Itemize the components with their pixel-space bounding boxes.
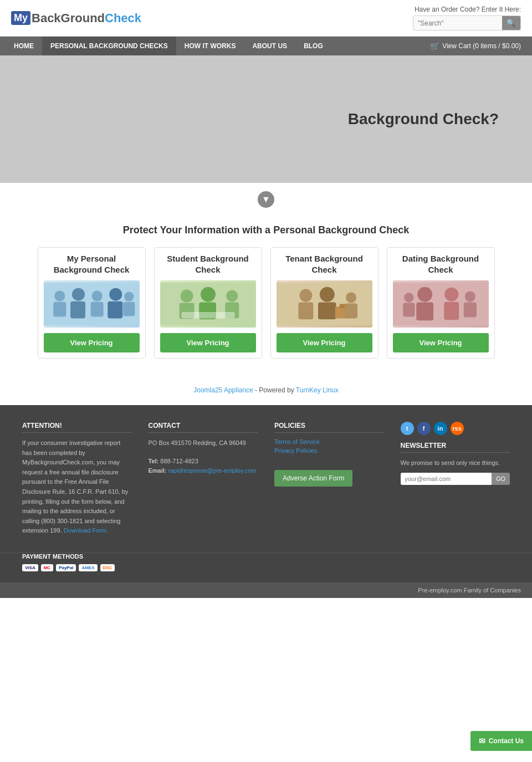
nav-item-blog[interactable]: BLOG xyxy=(295,37,331,55)
order-code-label: Have an Order Code? Enter It Here: xyxy=(415,6,521,13)
card-student-title: Student Background Check xyxy=(160,253,256,275)
privacy-link[interactable]: Privacy Policies xyxy=(274,447,384,454)
svg-rect-21 xyxy=(298,303,313,320)
svg-rect-36 xyxy=(403,303,415,317)
contact-tel: Tel: 888-712-4823 xyxy=(149,457,258,467)
download-form-link[interactable]: Download Form. xyxy=(64,527,109,534)
hero-banner: Background Check? xyxy=(0,55,532,183)
cart-icon: 🛒 xyxy=(430,42,439,50)
cart-area[interactable]: 🛒 View Cart (0 items / $0.00) xyxy=(424,42,526,50)
turnkey-link[interactable]: TurnKey Linux xyxy=(296,386,339,394)
search-input[interactable] xyxy=(413,17,502,30)
svg-point-1 xyxy=(54,290,65,301)
footer-attention: ATTENTION! If your consumer investigativ… xyxy=(22,422,132,536)
email-link[interactable]: rapidresponse@pre-employ.com xyxy=(168,467,257,474)
social-icons: t f in rss xyxy=(401,422,510,435)
twitter-icon[interactable]: t xyxy=(401,422,414,435)
card-student-image xyxy=(160,280,256,328)
payment-section: PAYMENT METHODS VISA MC PayPal AMEX DSC xyxy=(0,553,532,582)
arrow-down-icon: ▼ xyxy=(258,191,274,208)
footer-policies: POLICIES Terms of Service Privacy Polici… xyxy=(274,422,384,536)
card-personal-title: My Personal Background Check xyxy=(44,253,140,275)
payment-heading: PAYMENT METHODS xyxy=(22,553,510,560)
section-heading: Protect Your Information with a Personal… xyxy=(0,224,532,236)
svg-point-3 xyxy=(71,288,84,301)
svg-point-9 xyxy=(124,291,134,301)
nav-item-home[interactable]: HOME xyxy=(6,37,42,55)
search-button[interactable]: 🔍 xyxy=(502,16,520,30)
newsletter-text: We promise to send only nice things. xyxy=(401,458,510,468)
footer-contact: CONTACT PO Box 491570 Redding, CA 96049 … xyxy=(149,422,258,536)
linkedin-icon[interactable]: in xyxy=(434,422,447,435)
svg-point-33 xyxy=(464,291,475,301)
svg-point-16 xyxy=(226,290,238,302)
svg-rect-30 xyxy=(416,303,433,321)
rss-icon[interactable]: rss xyxy=(451,422,464,435)
card-dating-title: Dating Background Check xyxy=(393,253,489,275)
contact-heading: CONTACT xyxy=(149,422,258,433)
paypal-icon: PayPal xyxy=(56,564,76,571)
logo-my: My xyxy=(11,11,30,25)
svg-rect-18 xyxy=(181,312,234,319)
svg-rect-8 xyxy=(108,301,122,319)
card-tenant: Tenant Background Check View Pricing xyxy=(270,247,378,359)
policies-heading: POLICIES xyxy=(274,422,384,433)
bottom-bar: Pre-employ.com Family of Companies xyxy=(0,582,532,598)
nav-links: HOME PERSONAL BACKGROUND CHECKS HOW IT W… xyxy=(6,37,331,55)
mastercard-icon: MC xyxy=(41,564,53,571)
svg-point-12 xyxy=(180,290,193,303)
cards-container: My Personal Background Check View Pricin… xyxy=(0,247,532,375)
card-student: Student Background Check View Pricing xyxy=(154,247,262,359)
card-personal: My Personal Background Check View Pricin… xyxy=(38,247,146,359)
svg-rect-34 xyxy=(463,303,476,318)
card-tenant-title: Tenant Background Check xyxy=(277,253,372,275)
svg-rect-27 xyxy=(345,304,357,319)
svg-point-22 xyxy=(319,287,334,302)
svg-rect-32 xyxy=(444,302,459,320)
site-logo[interactable]: My BackGroundCheck xyxy=(11,11,141,25)
card-personal-image xyxy=(44,280,140,328)
discover-icon: DSC xyxy=(100,564,115,571)
arrow-divider: ▼ xyxy=(0,183,532,216)
svg-point-14 xyxy=(201,287,216,302)
svg-point-29 xyxy=(417,287,432,302)
visa-icon: VISA xyxy=(22,564,38,571)
footer-powered: Joomla25 Appliance - Powered by TurnKey … xyxy=(0,375,532,405)
cart-text: View Cart (0 items / $0.00) xyxy=(442,42,521,50)
card-tenant-btn[interactable]: View Pricing xyxy=(277,333,372,352)
site-header: My BackGroundCheck Have an Order Code? E… xyxy=(0,0,532,37)
svg-point-35 xyxy=(404,293,413,302)
adverse-action-btn[interactable]: Adverse Action Form xyxy=(274,470,352,487)
svg-point-20 xyxy=(299,289,312,302)
card-dating-btn[interactable]: View Pricing xyxy=(393,333,489,352)
newsletter-submit-btn[interactable]: GO xyxy=(492,473,510,485)
card-dating-image xyxy=(393,280,489,328)
newsletter-input[interactable] xyxy=(401,473,492,485)
footer-main: ATTENTION! If your consumer investigativ… xyxy=(0,405,532,553)
facebook-icon[interactable]: f xyxy=(417,422,431,435)
svg-point-26 xyxy=(345,292,356,303)
svg-rect-4 xyxy=(70,301,85,319)
footer-newsletter: t f in rss NEWSLETTER We promise to send… xyxy=(401,422,510,536)
nav-item-how[interactable]: HOW IT WORKS xyxy=(176,37,244,55)
svg-point-7 xyxy=(109,288,122,301)
amex-icon: AMEX xyxy=(79,564,97,571)
contact-email: Email: rapidresponse@pre-employ.com xyxy=(149,466,258,476)
nav-item-personal[interactable]: PERSONAL BACKGROUND CHECKS xyxy=(42,37,176,55)
card-personal-btn[interactable]: View Pricing xyxy=(44,333,140,352)
logo-background: BackGroundCheck xyxy=(32,11,141,25)
nav-item-about[interactable]: ABOUT US xyxy=(244,37,295,55)
card-dating: Dating Background Check View Pricing xyxy=(387,247,495,359)
contact-address: PO Box 491570 Redding, CA 96049 xyxy=(149,438,258,448)
company-family-text: Pre-employ.com Family of Companies xyxy=(418,587,521,594)
header-right: Have an Order Code? Enter It Here: 🔍 xyxy=(413,6,521,30)
svg-point-5 xyxy=(91,290,102,301)
hero-title: Background Check? xyxy=(348,110,499,128)
svg-rect-10 xyxy=(123,302,135,316)
card-tenant-image xyxy=(277,280,372,328)
main-nav: HOME PERSONAL BACKGROUND CHECKS HOW IT W… xyxy=(0,37,532,55)
search-box[interactable]: 🔍 xyxy=(413,16,521,30)
card-student-btn[interactable]: View Pricing xyxy=(160,333,256,352)
terms-link[interactable]: Terms of Service xyxy=(274,438,384,445)
joomla-link[interactable]: Joomla25 Appliance xyxy=(193,386,253,394)
